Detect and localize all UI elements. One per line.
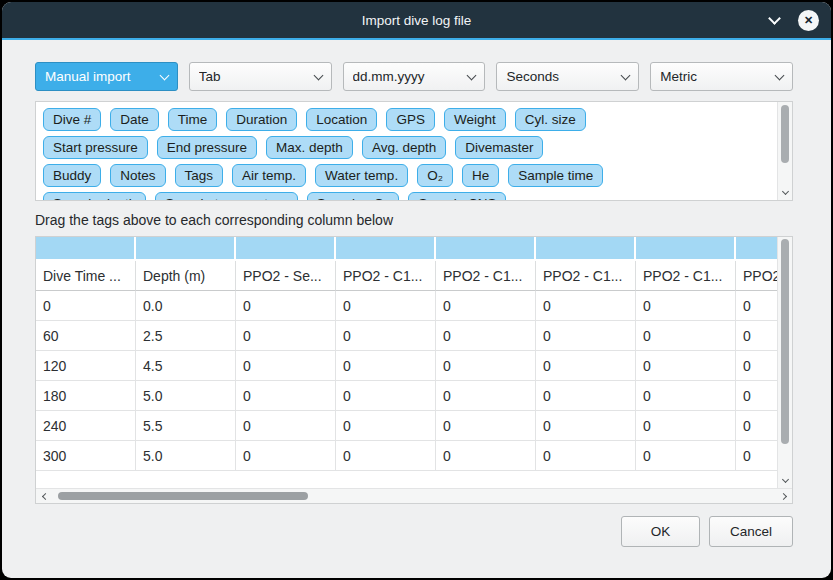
table-cell: 0: [336, 411, 436, 441]
table-cell: 0: [436, 411, 536, 441]
drag-tag[interactable]: O₂: [417, 164, 453, 187]
drag-tag[interactable]: Tags: [175, 164, 224, 187]
drag-tag[interactable]: Location: [306, 108, 377, 131]
column-drop-target[interactable]: [336, 237, 436, 261]
drag-tag[interactable]: Notes: [110, 164, 165, 187]
table-viewport: Dive Time ...Depth (m)PPO2 - Se...PPO2 -…: [36, 237, 777, 488]
drag-tag[interactable]: Sample pO₂: [307, 192, 400, 200]
table-cell: 0: [736, 351, 777, 381]
drag-tag[interactable]: Start pressure: [43, 136, 148, 159]
drag-tag[interactable]: End pressure: [157, 136, 257, 159]
table-cell: 0: [436, 351, 536, 381]
drag-tag[interactable]: Duration: [226, 108, 297, 131]
table-cell: 0: [336, 321, 436, 351]
drag-tag[interactable]: He: [462, 164, 499, 187]
dialog-content: Manual importTabdd.mm.yyyySecondsMetric …: [2, 40, 831, 578]
drag-tag[interactable]: Buddy: [43, 164, 101, 187]
table-cell: 0: [736, 291, 777, 321]
combo-import-mode[interactable]: Manual import: [35, 62, 178, 91]
drag-tag[interactable]: Avg. depth: [362, 136, 446, 159]
drag-tag[interactable]: GPS: [386, 108, 435, 131]
drag-tag[interactable]: Max. depth: [266, 136, 353, 159]
tag-row: BuddyNotesTagsAir temp.Water temp.O₂HeSa…: [43, 164, 771, 187]
table-cell: 0: [636, 291, 736, 321]
column-drop-target[interactable]: [236, 237, 336, 261]
column-header: PPO2 - C1...: [636, 261, 736, 291]
column-drop-target[interactable]: [36, 237, 136, 261]
scrollbar-thumb[interactable]: [781, 105, 789, 163]
table-main: Dive Time ...Depth (m)PPO2 - Se...PPO2 -…: [36, 237, 792, 488]
drag-tag[interactable]: Air temp.: [232, 164, 306, 187]
table-cell: 0: [36, 291, 136, 321]
table-cell: 180: [36, 381, 136, 411]
combo-row: Manual importTabdd.mm.yyyySecondsMetric: [35, 62, 793, 91]
chevron-down-icon: [159, 70, 169, 80]
column-header: PPO2 - C1...: [536, 261, 636, 291]
table-cell: 5.5: [136, 411, 236, 441]
scrollbar-down-button[interactable]: [778, 185, 792, 197]
data-table: Dive Time ...Depth (m)PPO2 - Se...PPO2 -…: [36, 237, 777, 471]
column-drop-target[interactable]: [536, 237, 636, 261]
combo-units[interactable]: Metric: [650, 62, 793, 91]
table-cell: 0: [636, 351, 736, 381]
titlebar-controls: ✕: [766, 2, 819, 38]
scrollbar-right-button[interactable]: [776, 490, 790, 502]
table-vscrollbar[interactable]: [777, 237, 792, 488]
column-drop-target[interactable]: [136, 237, 236, 261]
combo-duration-format[interactable]: Seconds: [496, 62, 639, 91]
drag-tag[interactable]: Water temp.: [315, 164, 408, 187]
drag-tag[interactable]: Weight: [444, 108, 506, 131]
table-cell: 240: [36, 411, 136, 441]
table-cell: 0: [636, 441, 736, 471]
drag-tag[interactable]: Dive #: [43, 108, 101, 131]
table-cell: 120: [36, 351, 136, 381]
tag-scrollbar[interactable]: [777, 102, 792, 200]
chevron-down-icon: [621, 70, 631, 80]
column-drop-target[interactable]: [636, 237, 736, 261]
chevron-down-icon: [467, 70, 477, 80]
table-hscrollbar[interactable]: [36, 488, 792, 503]
table-cell: 0: [536, 381, 636, 411]
table-cell: 300: [36, 441, 136, 471]
scrollbar-left-button[interactable]: [38, 490, 52, 502]
chevron-right-icon: [779, 492, 786, 499]
table-cell: 0.0: [136, 291, 236, 321]
table-cell: 0: [636, 321, 736, 351]
window-title: Import dive log file: [362, 13, 472, 28]
drag-tag[interactable]: Divemaster: [455, 136, 543, 159]
preview-table: Dive Time ...Depth (m)PPO2 - Se...PPO2 -…: [35, 236, 793, 504]
column-drop-target[interactable]: [736, 237, 777, 261]
table-cell: 0: [736, 321, 777, 351]
shade-button[interactable]: [766, 12, 782, 28]
drag-tag[interactable]: Sample temperature: [155, 192, 297, 200]
drag-tag[interactable]: Sample depth: [43, 192, 146, 200]
column-header: PPO2 - C1...: [336, 261, 436, 291]
cancel-button[interactable]: Cancel: [709, 516, 793, 547]
drag-tag[interactable]: Time: [168, 108, 218, 131]
drag-tag[interactable]: Cyl. size: [515, 108, 586, 131]
titlebar[interactable]: Import dive log file ✕: [2, 2, 831, 38]
drag-tag[interactable]: Sample CNS: [408, 192, 506, 200]
scrollbar-thumb[interactable]: [58, 492, 308, 500]
column-header: PPO2 - Se...: [236, 261, 336, 291]
combo-value: Seconds: [506, 69, 616, 84]
table-cell: 2.5: [136, 321, 236, 351]
combo-value: Metric: [660, 69, 770, 84]
scrollbar-down-button[interactable]: [778, 473, 792, 485]
close-button[interactable]: ✕: [798, 10, 819, 31]
drag-tag[interactable]: Sample time: [508, 164, 603, 187]
scrollbar-thumb[interactable]: [781, 239, 789, 444]
chevron-down-icon: [781, 187, 788, 194]
table-cell: 0: [636, 381, 736, 411]
instruction-text: Drag the tags above to each correspondin…: [35, 212, 793, 228]
column-drop-target[interactable]: [436, 237, 536, 261]
combo-date-format[interactable]: dd.mm.yyyy: [343, 62, 486, 91]
button-row: OK Cancel: [35, 516, 793, 547]
combo-field-separator[interactable]: Tab: [189, 62, 332, 91]
header-row: Dive Time ...Depth (m)PPO2 - Se...PPO2 -…: [36, 261, 777, 291]
tag-row: Dive #DateTimeDurationLocationGPSWeightC…: [43, 108, 771, 131]
table-row: 00.0000000: [36, 291, 777, 321]
drag-tag[interactable]: Date: [110, 108, 159, 131]
table-cell: 60: [36, 321, 136, 351]
ok-button[interactable]: OK: [621, 516, 700, 547]
